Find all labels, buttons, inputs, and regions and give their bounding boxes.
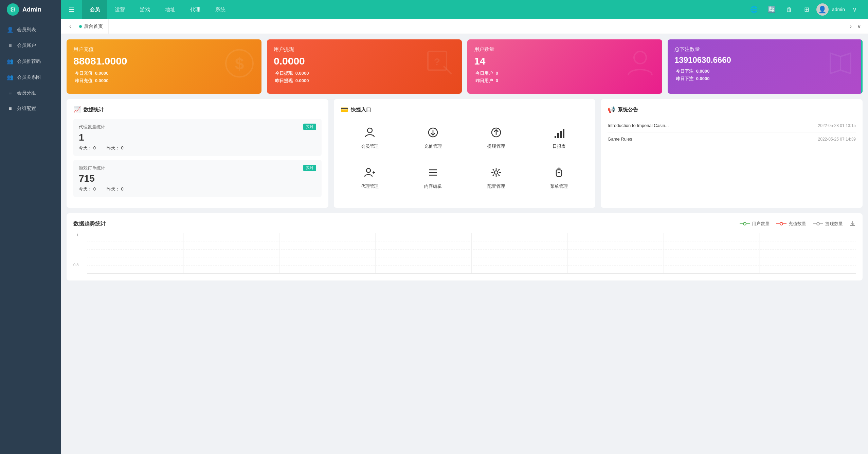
sidebar-item-group-config[interactable]: ≡ 分组配置 <box>0 101 61 116</box>
question-icon: ? <box>424 48 455 85</box>
quick-daily-report[interactable]: 日报表 <box>530 119 589 155</box>
svg-point-34 <box>743 222 746 225</box>
quick-grid: 会员管理 充值管理 提现管理 <box>341 119 589 195</box>
sidebar-item-referral-code[interactable]: 👥 会员推荐码 <box>0 53 61 69</box>
group-icon: ≡ <box>7 90 14 96</box>
tab-next-button[interactable]: › <box>849 22 853 31</box>
quick-withdraw-management[interactable]: 提现管理 <box>467 119 526 155</box>
panel-data-stats: 📈 数据统计 代理数量统计 实时 1 今天： 0 <box>67 99 328 208</box>
announcement-item-2[interactable]: Game Rules 2022-05-25 07:14:39 <box>608 132 856 146</box>
quick-label: 菜单管理 <box>550 183 568 189</box>
person-icon <box>625 48 655 85</box>
y-label-1: 1 <box>76 233 78 237</box>
user-dropdown-icon[interactable]: ∨ <box>848 3 861 16</box>
quick-content-editor[interactable]: 内容编辑 <box>403 159 463 195</box>
content-area: ‹ 后台首页 › ∨ 用户充值 88081.0000 今日充值 0. <box>61 19 868 454</box>
agent-yesterday: 昨天： 0 <box>107 145 124 151</box>
card-icon: 💳 <box>341 106 348 113</box>
relation-icon: 👥 <box>7 74 14 80</box>
announcements-title: 📢 系统公告 <box>608 106 856 113</box>
book-icon <box>825 48 856 85</box>
orders-today: 今天： 0 <box>79 186 96 192</box>
announcement-item-1[interactable]: Introduction to Imperial Casin... 2022-0… <box>608 119 856 132</box>
download-chart-button[interactable] <box>850 220 856 228</box>
svg-point-30 <box>494 171 498 174</box>
svg-line-26 <box>493 169 494 170</box>
nav-item-operations[interactable]: 运营 <box>107 0 132 19</box>
y-label-08: 0.8 <box>73 263 78 267</box>
nav-item-games[interactable]: 游戏 <box>132 0 158 19</box>
refresh-icon[interactable]: 🔄 <box>765 3 778 16</box>
stat-card-user-withdraw: 用户提现 0.0000 今日提现 0.0000 昨日提现 0.0000 ? <box>267 39 462 94</box>
quick-agent-management[interactable]: 代理管理 <box>341 159 400 195</box>
tab-home[interactable]: 后台首页 <box>74 19 109 34</box>
nav-item-agents[interactable]: 代理 <box>183 0 208 19</box>
quick-menu-management[interactable]: 菜单管理 <box>530 159 589 195</box>
sidebar-item-member-list[interactable]: 👤 会员列表 <box>0 22 61 38</box>
stat-card-user-count: 用户数量 14 今日用户 0 昨日用户 0 <box>467 39 662 94</box>
quick-access-title: 💳 快捷入口 <box>341 106 589 113</box>
sidebar-item-label: 分组配置 <box>17 106 36 112</box>
sidebar-item-relationship-map[interactable]: 👥 会员关系图 <box>0 69 61 85</box>
sidebar: 👤 会员列表 ≡ 会员账户 👥 会员推荐码 👥 会员关系图 ≡ 会员分组 ≡ 分… <box>0 19 61 454</box>
agent-mgmt-icon <box>362 164 378 181</box>
ann-title-2: Game Rules <box>608 137 814 142</box>
quick-member-management[interactable]: 会员管理 <box>341 119 400 155</box>
orders-yesterday: 昨天： 0 <box>107 186 124 192</box>
ann-date-1: 2022-05-28 01:13:15 <box>818 123 856 128</box>
svg-point-16 <box>366 168 370 172</box>
globe-icon[interactable]: 🌐 <box>747 3 761 16</box>
legend-withdraw: 提现数量 <box>813 221 843 227</box>
nav-item-members[interactable]: 会员 <box>82 0 107 19</box>
tab-label: 后台首页 <box>84 23 103 30</box>
svg-point-5 <box>634 52 646 64</box>
svg-rect-13 <box>557 133 559 138</box>
sidebar-item-member-account[interactable]: ≡ 会员账户 <box>0 38 61 53</box>
chart-svg <box>87 233 856 273</box>
tab-right-controls: › ∨ <box>849 22 863 31</box>
game-orders-block: 游戏订单统计 实时 715 今天： 0 昨天： 0 <box>73 160 322 197</box>
content-editor-icon <box>425 164 441 181</box>
sidebar-item-member-group[interactable]: ≡ 会员分组 <box>0 85 61 101</box>
member-mgmt-icon <box>362 124 378 141</box>
delete-icon[interactable]: 🗑 <box>782 3 796 16</box>
report-icon <box>551 124 567 141</box>
sidebar-item-label: 会员列表 <box>17 27 36 33</box>
quick-config-management[interactable]: 配置管理 <box>467 159 526 195</box>
main-layout: 👤 会员列表 ≡ 会员账户 👥 会员推荐码 👥 会员关系图 ≡ 会员分组 ≡ 分… <box>0 19 868 454</box>
quick-recharge-management[interactable]: 充值管理 <box>403 119 463 155</box>
chart-icon: 📈 <box>73 106 81 113</box>
game-orders-footer: 今天： 0 昨天： 0 <box>79 186 316 192</box>
stats-grid: 用户充值 88081.0000 今日充值 0.0000 昨日充值 0.0000 … <box>67 39 863 94</box>
svg-text:$: $ <box>235 55 244 73</box>
nav-right: 🌐 🔄 🗑 ⊞ 👤 admin ∨ <box>746 3 868 16</box>
svg-point-7 <box>367 128 372 133</box>
nav-item-address[interactable]: 地址 <box>158 0 183 19</box>
nav-items: ☰ 会员 运营 游戏 地址 代理 系统 <box>61 0 746 19</box>
svg-line-29 <box>493 175 494 176</box>
users-icon: 👥 <box>7 58 14 65</box>
ann-date-2: 2022-05-25 07:14:39 <box>818 137 856 142</box>
nav-menu-icon[interactable]: ☰ <box>61 0 82 19</box>
game-orders-header: 游戏订单统计 实时 <box>79 165 316 171</box>
menu-mgmt-icon <box>551 164 567 181</box>
trend-section: 数据趋势统计 用户数量 充值数量 <box>67 213 863 280</box>
dollar-icon: $ <box>224 48 255 85</box>
tab-expand-button[interactable]: ∨ <box>856 22 863 31</box>
fullscreen-icon[interactable]: ⊞ <box>800 3 814 16</box>
quick-label: 配置管理 <box>487 183 505 189</box>
stat-card-user-recharge: 用户充值 88081.0000 今日充值 0.0000 昨日充值 0.0000 … <box>67 39 261 94</box>
chart-container: 1 0.8 <box>73 233 856 274</box>
svg-line-27 <box>498 175 500 176</box>
agent-count-label: 代理数量统计 <box>79 124 105 130</box>
svg-point-36 <box>780 222 783 225</box>
tab-prev-button[interactable]: ‹ <box>67 23 74 30</box>
logo-area: ⚙ Admin <box>0 0 61 19</box>
svg-line-28 <box>498 169 500 170</box>
trend-legend: 用户数量 充值数量 提现数量 <box>740 221 843 227</box>
nav-item-system[interactable]: 系统 <box>208 0 233 19</box>
quick-label: 提现管理 <box>487 143 505 149</box>
quick-label: 日报表 <box>553 143 566 149</box>
game-orders-label: 游戏订单统计 <box>79 165 105 171</box>
svg-rect-14 <box>560 131 562 138</box>
